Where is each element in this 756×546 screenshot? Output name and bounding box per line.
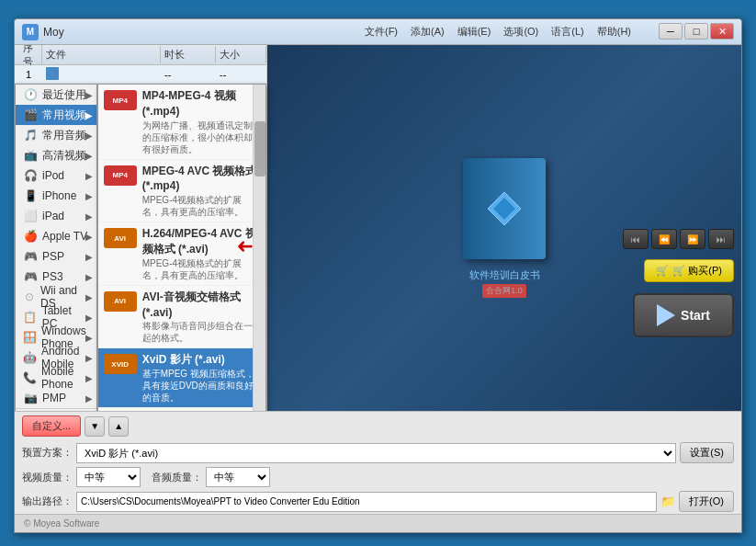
menu-item-pmp[interactable]: 📷 PMP ▶	[16, 388, 96, 408]
custom-button[interactable]: 自定义...	[22, 415, 81, 437]
table-header: 序号 文件 时长 大小	[15, 45, 266, 65]
ad-badge: 合合网1.0	[482, 284, 526, 298]
row-size: --	[216, 67, 266, 82]
footer-text: © Moyea Software	[24, 518, 99, 529]
audio-quality-select[interactable]: 中等	[206, 467, 270, 487]
main-area: 序号 文件 时长 大小 1 -- -- 🕐 最近使用	[15, 45, 741, 411]
winphone-icon: 🪟	[23, 330, 37, 345]
format-info: XviD 影片 (*.avi) 基于MPEG 视频压缩格式，具有接近DVD的画质…	[142, 352, 260, 404]
app-icon: M	[22, 24, 39, 40]
prev-button[interactable]: ⏮	[623, 229, 649, 249]
output-row: 预置方案： XviD 影片 (*.avi) 设置(S)	[15, 440, 741, 465]
quality-row: 视频质量： 中等 音频质量： 中等	[15, 465, 741, 489]
arrow-icon: ▶	[85, 171, 93, 181]
red-arrow-indicator: ➜	[237, 234, 254, 258]
maximize-button[interactable]: □	[684, 23, 708, 40]
format-item-mp4-avc[interactable]: MP4 MPEG-4 AVC 视频格式 (*.mp4) MPEG-4视频格式的扩…	[98, 160, 265, 223]
arrow-icon: ▶	[85, 252, 93, 262]
file-icon	[46, 67, 59, 80]
nav-up-button[interactable]: ▲	[108, 416, 129, 437]
format-title: MP4-MPEG-4 视频 (*.mp4)	[142, 88, 260, 119]
start-button[interactable]: Start	[633, 293, 734, 337]
format-info: MPEG-4 AVC 视频格式 (*.mp4) MPEG-4视频格式的扩展名，具…	[142, 164, 260, 219]
format-badge: AVI	[104, 228, 137, 248]
tablet-icon: 📋	[23, 310, 38, 324]
minimize-button[interactable]: ─	[659, 23, 683, 40]
open-button[interactable]: 打开(O)	[679, 491, 734, 512]
iphone-icon: 📱	[23, 188, 38, 203]
main-window: M Moy 文件(F) 添加(A) 编辑(E) 选项(O) 语言(L) 帮助(H…	[14, 18, 742, 533]
path-label: 输出路径：	[22, 495, 73, 508]
format-item-mp4-mpeg4[interactable]: MP4 MP4-MPEG-4 视频 (*.mp4) 为网络广播、视频通讯定制的压…	[98, 85, 265, 160]
rewind-button[interactable]: ⏪	[651, 229, 677, 249]
menu-edit[interactable]: 编辑(E)	[452, 23, 497, 40]
next-button[interactable]: ⏭	[708, 229, 734, 249]
scrollbar[interactable]	[253, 85, 265, 411]
arrow-icon: ▶	[85, 313, 93, 323]
nav-down-button[interactable]: ▼	[85, 416, 105, 437]
ad-title: 软件培训白皮书	[469, 268, 540, 282]
clock-icon: 🕐	[23, 87, 38, 102]
settings-button[interactable]: 设置(S)	[680, 442, 734, 463]
format-item-avi-audio[interactable]: AVI AVI-音视频交错格式 (*.avi) 将影像与语音同步组合在一起的格式…	[98, 286, 265, 349]
film-icon: 🎬	[23, 108, 38, 122]
format-badge: AVI	[104, 291, 137, 312]
controls-row-1: 自定义... ▼ ▲	[15, 412, 741, 440]
wii-icon: ⊙	[23, 290, 36, 304]
menu-item-psp[interactable]: 🎮 PSP ▶	[16, 246, 96, 267]
format-desc: 为网络广播、视频通讯定制的压缩标准，很小的体积却有很好画质。	[142, 119, 260, 155]
audio-quality-label: 音频质量：	[152, 471, 202, 484]
format-item-uncompressed[interactable]: AVI 无损压缩 AVI 主要用于用户视频编辑。	[98, 408, 265, 411]
format-badge: MP4	[104, 165, 137, 186]
video-quality-label: 视频质量：	[22, 471, 73, 484]
buy-button[interactable]: 🛒 🛒 购买(P)	[644, 259, 734, 282]
menu-item-recent[interactable]: 🕐 最近使用 ▶	[16, 85, 96, 105]
menu-add[interactable]: 添加(A)	[405, 23, 450, 40]
menu-item-iphone[interactable]: 📱 iPhone ▶	[16, 186, 96, 206]
format-title: AVI-音视频交错格式 (*.avi)	[142, 290, 260, 321]
format-badge: XVID	[104, 354, 137, 374]
menu-level1: 🕐 最近使用 ▶ 🎬 常用视频 ▶ 🎵 常用音频 ▶	[15, 84, 97, 411]
menu-help[interactable]: 帮助(H)	[592, 23, 637, 40]
scroll-thumb[interactable]	[254, 121, 265, 176]
menu-item-ipod[interactable]: 🎧 iPod ▶	[16, 165, 96, 186]
menu-item-ipad[interactable]: ⬜ iPad ▶	[16, 206, 96, 226]
format-info: AVI-音视频交错格式 (*.avi) 将影像与语音同步组合在一起的格式。	[142, 290, 260, 345]
arrow-icon: ▶	[85, 110, 93, 120]
title-bar-controls: 文件(F) 添加(A) 编辑(E) 选项(O) 语言(L) 帮助(H) ─ □ …	[359, 23, 734, 40]
close-button[interactable]: ✕	[710, 23, 734, 40]
menu-item-appletv[interactable]: 🍎 Apple TV ▶	[16, 226, 96, 246]
menu-item-mobile[interactable]: 📞 Mobile Phone ▶	[16, 368, 96, 388]
format-badge: MP4	[104, 90, 137, 110]
menu-item-hd-video[interactable]: 📺 高清视频 ▶	[16, 145, 96, 165]
arrow-icon: ▶	[85, 211, 93, 222]
menu-file[interactable]: 文件(F)	[359, 23, 403, 40]
table-row[interactable]: 1 -- --	[15, 65, 266, 84]
ad-diamond-icon	[486, 190, 523, 227]
arrow-icon: ▶	[85, 292, 93, 302]
arrow-icon: ▶	[85, 131, 93, 141]
video-quality-select[interactable]: 中等	[76, 467, 141, 487]
format-item-xvid[interactable]: XVID XviD 影片 (*.avi) 基于MPEG 视频压缩格式，具有接近D…	[98, 348, 265, 408]
playback-controls: ⏮ ⏪ ⏩ ⏭	[623, 229, 734, 259]
menu-item-common-audio[interactable]: 🎵 常用音频 ▶	[16, 125, 96, 145]
format-desc: 将影像与语音同步组合在一起的格式。	[142, 320, 260, 344]
row-num: 1	[15, 67, 42, 82]
col-header-size: 大小	[216, 46, 266, 63]
format-title: XviD 影片 (*.avi)	[142, 352, 260, 368]
format-title: MPEG-4 AVC 视频格式 (*.mp4)	[142, 164, 260, 195]
menu-item-common-video[interactable]: 🎬 常用视频 ▶	[16, 105, 96, 125]
forward-button[interactable]: ⏩	[680, 229, 705, 249]
format-desc: MPEG-4视频格式的扩展名，具有更高的压缩率。	[142, 257, 260, 281]
arrow-icon: ▶	[85, 232, 93, 242]
menu-options[interactable]: 选项(O)	[498, 23, 544, 40]
output-select[interactable]: XviD 影片 (*.avi)	[76, 443, 676, 463]
format-desc: MPEG-4视频格式的扩展名，具有更高的压缩率。	[142, 194, 260, 218]
format-info: MP4-MPEG-4 视频 (*.mp4) 为网络广播、视频通讯定制的压缩标准，…	[142, 88, 260, 155]
menu-lang[interactable]: 语言(L)	[546, 23, 589, 40]
start-label: Start	[681, 308, 710, 323]
android-icon: 🤖	[23, 350, 37, 365]
path-input[interactable]	[76, 492, 657, 512]
pmp-icon: 📷	[23, 391, 38, 405]
ipod-icon: 🎧	[23, 168, 38, 183]
